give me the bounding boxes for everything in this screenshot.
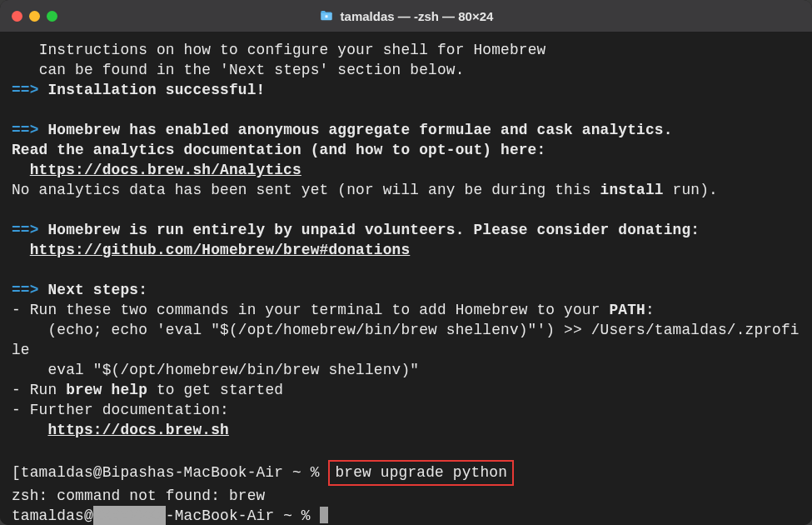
arrow-icon: ==> <box>12 222 39 238</box>
indent <box>12 322 47 338</box>
analytics-url[interactable]: https://docs.brew.sh/Analytics <box>30 162 301 178</box>
highlighted-command: brew upgrade python <box>328 460 514 486</box>
output-line: Read the analytics documentation (and ho… <box>12 142 545 158</box>
command-text: brew upgrade python <box>335 464 507 481</box>
arrow-icon: ==> <box>12 82 39 98</box>
cursor <box>320 507 328 523</box>
window-title: tamaldas — -zsh — 80×24 <box>341 9 494 23</box>
folder-icon <box>319 8 334 23</box>
indent <box>12 162 30 178</box>
title-group: tamaldas — -zsh — 80×24 <box>0 8 812 23</box>
output-line: - Run these two commands in your termina… <box>12 302 609 318</box>
indent <box>12 362 47 378</box>
output-line: PATH <box>609 302 645 318</box>
output-line: Next steps: <box>48 282 148 298</box>
minimize-button[interactable] <box>29 11 40 22</box>
traffic-lights <box>12 11 57 22</box>
arrow-icon: ==> <box>12 282 39 298</box>
indent <box>12 242 30 258</box>
output-line: can be found in the 'Next steps' section… <box>39 62 465 78</box>
output-line: eval "$(/opt/homebrew/bin/brew shellenv)… <box>47 362 419 378</box>
output-line: - Run <box>12 382 66 398</box>
prompt: [tamaldas@Bipashas-MacBook-Air ~ % <box>12 464 328 481</box>
output-line: No analytics data has been sent yet (nor… <box>12 182 600 198</box>
output-line: install <box>600 182 664 198</box>
terminal-content[interactable]: Instructions on how to configure your sh… <box>0 32 812 525</box>
output-line: Homebrew is run entirely by unpaid volun… <box>48 222 700 238</box>
maximize-button[interactable] <box>47 11 57 22</box>
output-line: : <box>645 302 655 318</box>
terminal-window: tamaldas — -zsh — 80×24 Instructions on … <box>0 0 812 525</box>
donations-url[interactable]: https://github.com/Homebrew/brew#donatio… <box>30 242 411 258</box>
arrow-icon: ==> <box>12 122 39 138</box>
output-line: Installation successful! <box>48 82 266 98</box>
output-line: Instructions on how to configure your sh… <box>39 42 546 58</box>
prompt: -MacBook-Air ~ % <box>166 508 320 524</box>
titlebar: tamaldas — -zsh — 80×24 <box>0 0 812 32</box>
redacted-text: XXXXXXXX <box>93 506 166 525</box>
prompt: tamaldas@ <box>12 508 93 524</box>
output-line: - Further documentation: <box>12 402 229 418</box>
close-button[interactable] <box>12 11 22 22</box>
output-line <box>12 62 39 78</box>
svg-rect-0 <box>325 15 327 18</box>
output-line: zsh: command not found: brew <box>12 488 265 504</box>
output-line: run). <box>664 182 718 198</box>
indent <box>12 422 47 438</box>
output-line <box>12 42 39 58</box>
output-line: Homebrew has enabled anonymous aggregate… <box>48 122 673 138</box>
output-line: to get started <box>147 382 283 398</box>
docs-url[interactable]: https://docs.brew.sh <box>47 422 228 438</box>
output-line: (echo; echo 'eval "$(/opt/homebrew/bin/b… <box>12 322 800 358</box>
output-line: brew help <box>66 382 147 398</box>
